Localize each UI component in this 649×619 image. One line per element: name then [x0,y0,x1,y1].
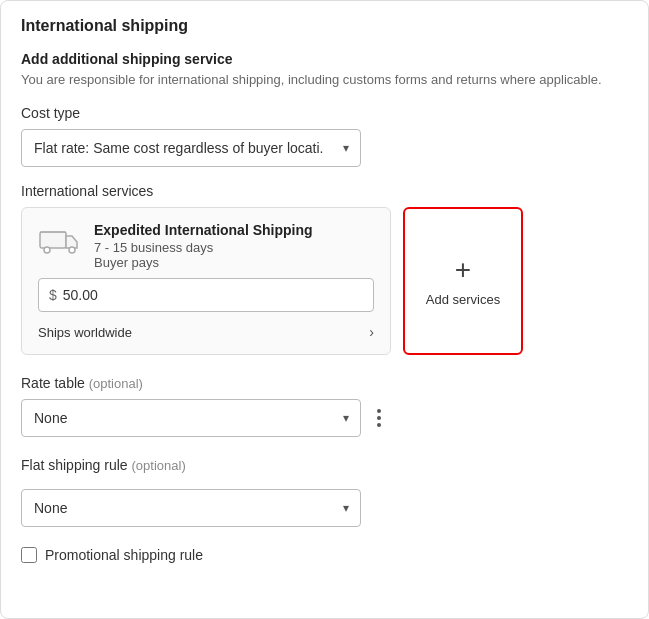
cost-type-select[interactable]: Flat rate: Same cost regardless of buyer… [21,129,361,167]
service-card: Expedited International Shipping 7 - 15 … [21,207,391,355]
service-header: Expedited International Shipping 7 - 15 … [38,222,374,270]
ships-worldwide-text: Ships worldwide [38,325,132,340]
add-service-heading: Add additional shipping service [21,51,628,67]
add-services-label: Add services [426,292,500,307]
rate-table-label: Rate table (optional) [21,375,628,391]
rate-table-section: Rate table (optional) None ▾ [21,375,628,437]
truck-icon [38,224,82,254]
dot1 [377,409,381,413]
promo-label: Promotional shipping rule [45,547,203,563]
cost-type-wrapper: Flat rate: Same cost regardless of buyer… [21,129,361,167]
promo-checkbox[interactable] [21,547,37,563]
flat-shipping-select[interactable]: None [21,489,361,527]
price-input[interactable] [63,287,363,303]
add-services-card[interactable]: + Add services [403,207,523,355]
svg-point-2 [69,247,75,253]
service-pays: Buyer pays [94,255,313,270]
main-container: International shipping Add additional sh… [0,0,649,619]
service-info: Expedited International Shipping 7 - 15 … [94,222,313,270]
rate-table-optional: (optional) [89,376,143,391]
chevron-right-icon: › [369,324,374,340]
add-service-desc: You are responsible for international sh… [21,71,628,89]
flat-shipping-section: Flat shipping rule (optional) None ▾ [21,457,628,527]
rate-table-more-options[interactable] [371,405,387,431]
price-input-wrapper: $ [38,278,374,312]
svg-point-1 [44,247,50,253]
page-title: International shipping [21,17,628,35]
flat-shipping-optional: (optional) [132,458,186,473]
cost-type-label: Cost type [21,105,628,121]
svg-rect-0 [40,232,66,248]
rate-table-select-wrapper: None ▾ [21,399,361,437]
services-row: Expedited International Shipping 7 - 15 … [21,207,628,355]
rate-table-row: None ▾ [21,399,628,437]
international-services-label: International services [21,183,628,199]
flat-shipping-select-wrapper: None ▾ [21,489,361,527]
plus-icon: + [455,256,471,284]
promo-row: Promotional shipping rule [21,547,628,563]
service-days: 7 - 15 business days [94,240,313,255]
service-name: Expedited International Shipping [94,222,313,238]
dot2 [377,416,381,420]
dot3 [377,423,381,427]
rate-table-select[interactable]: None [21,399,361,437]
flat-shipping-label: Flat shipping rule (optional) [21,457,628,473]
currency-symbol: $ [49,287,57,303]
ships-worldwide-row[interactable]: Ships worldwide › [38,324,374,340]
